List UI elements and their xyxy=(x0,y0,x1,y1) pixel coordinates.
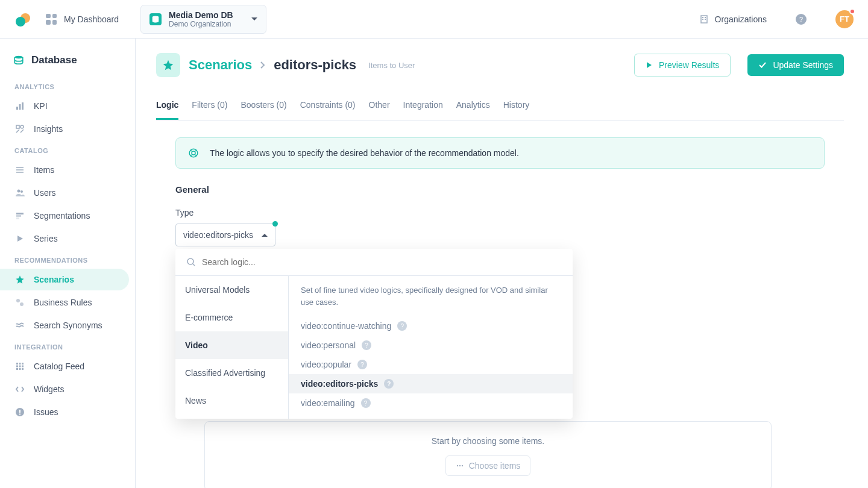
breadcrumb-scenarios[interactable]: Scenarios xyxy=(189,57,252,73)
sidebar-item-search-synonyms[interactable]: Search Synonyms xyxy=(0,314,129,336)
option-label: video:emailing xyxy=(301,398,355,408)
tab-integration[interactable]: Integration xyxy=(403,92,443,120)
dropdown-search-row xyxy=(175,249,573,276)
help-icon[interactable]: ? xyxy=(384,379,394,389)
dashboard-label: My Dashboard xyxy=(64,14,119,24)
page-header: Scenarios editors-picks Items to User Pr… xyxy=(156,53,844,77)
svg-rect-2 xyxy=(702,17,703,18)
database-picker[interactable]: Media Demo DB Demo Organization xyxy=(140,5,266,34)
svg-point-13 xyxy=(20,190,23,193)
sidebar-item-label: Issues xyxy=(34,407,58,417)
change-indicator-dot xyxy=(272,221,278,227)
sidebar-item-kpi[interactable]: KPI xyxy=(0,95,129,117)
svg-rect-27 xyxy=(22,368,24,370)
type-select-wrap: video:editors-picks Universal ModelsE-co… xyxy=(175,224,275,246)
tab-boosters[interactable]: Boosters (0) xyxy=(241,92,286,120)
choose-items-button[interactable]: Choose items xyxy=(445,455,531,476)
dropdown-category-ecommerce[interactable]: E-commerce xyxy=(175,304,288,331)
option-label: video:popular xyxy=(301,360,351,369)
sidebar-item-issues[interactable]: Issues xyxy=(0,401,129,423)
approx-icon xyxy=(14,321,25,330)
tab-filters[interactable]: Filters (0) xyxy=(192,92,227,120)
sidebar-item-users[interactable]: Users xyxy=(0,182,129,204)
help-icon[interactable]: ? xyxy=(357,360,367,369)
database-icon xyxy=(149,13,162,25)
option-label: video:continue-watching xyxy=(301,321,391,331)
sidebar-section-label: CATALOG xyxy=(0,141,135,158)
svg-rect-29 xyxy=(19,410,20,413)
sidebar-item-series[interactable]: Series xyxy=(0,228,129,249)
tab-logic[interactable]: Logic xyxy=(156,92,178,120)
placeholder-text: Start by choosing some items. xyxy=(432,436,545,446)
organizations-link[interactable]: Organizations xyxy=(699,14,767,24)
svg-rect-16 xyxy=(16,217,19,219)
svg-point-32 xyxy=(192,151,195,155)
code-icon xyxy=(14,384,25,394)
svg-rect-30 xyxy=(19,414,20,415)
help-icon[interactable]: ? xyxy=(362,340,371,350)
top-bar: My Dashboard Media Demo DB Demo Organiza… xyxy=(0,0,868,39)
svg-rect-19 xyxy=(16,363,18,364)
dropdown-categories: Universal ModelsE-commerceVideoClassifie… xyxy=(175,276,289,419)
svg-rect-8 xyxy=(19,104,21,110)
sidebar-item-items[interactable]: Items xyxy=(0,159,129,181)
dropdown-option-personal[interactable]: video:personal? xyxy=(289,336,573,355)
option-label: video:personal xyxy=(301,340,356,350)
dropdown-category-universal[interactable]: Universal Models xyxy=(175,276,288,304)
sidebar-item-widgets[interactable]: Widgets xyxy=(0,378,129,400)
update-settings-button[interactable]: Update Settings xyxy=(747,54,844,76)
svg-rect-26 xyxy=(19,368,21,370)
sidebar-item-business-rules[interactable]: Business Rules xyxy=(0,292,129,313)
svg-rect-23 xyxy=(19,366,21,368)
logic-dropdown-panel: Universal ModelsE-commerceVideoClassifie… xyxy=(175,249,573,419)
sidebar-item-label: Insights xyxy=(34,124,63,134)
chevron-right-icon xyxy=(260,61,265,69)
dropdown-option-emailing[interactable]: video:emailing? xyxy=(289,393,573,413)
svg-point-36 xyxy=(462,465,463,466)
dropdown-category-classified[interactable]: Classified Advertising xyxy=(175,359,288,387)
search-icon xyxy=(186,257,196,267)
app-logo[interactable] xyxy=(14,13,31,25)
dashboard-icon xyxy=(46,14,57,25)
my-dashboard-link[interactable]: My Dashboard xyxy=(46,14,119,25)
svg-rect-14 xyxy=(16,213,24,214)
help-icon[interactable]: ? xyxy=(796,14,807,25)
sidebar-item-segmentations[interactable]: Segmentations xyxy=(0,205,129,227)
svg-rect-24 xyxy=(22,366,24,368)
help-icon[interactable]: ? xyxy=(397,321,407,331)
svg-rect-20 xyxy=(19,363,21,364)
tab-constraints[interactable]: Constraints (0) xyxy=(300,92,356,120)
preview-results-button[interactable]: Preview Results xyxy=(634,54,731,77)
sidebar-section-label: INTEGRATION xyxy=(0,337,135,354)
help-icon[interactable]: ? xyxy=(361,398,371,408)
dropdown-option-cw[interactable]: video:continue-watching? xyxy=(289,316,573,336)
dropdown-option-editors[interactable]: video:editors-picks? xyxy=(289,374,573,393)
tab-analytics[interactable]: Analytics xyxy=(456,92,490,120)
tab-other[interactable]: Other xyxy=(369,92,390,120)
category-description: Set of fine tuned video logics, specific… xyxy=(289,276,573,313)
list-icon xyxy=(14,165,25,175)
sidebar-section-label: ANALYTICS xyxy=(0,77,135,94)
insights-icon xyxy=(14,124,25,134)
svg-rect-15 xyxy=(16,215,21,217)
svg-point-11 xyxy=(20,125,24,128)
sidebar-item-catalog-feed[interactable]: Catalog Feed xyxy=(0,355,129,377)
svg-point-6 xyxy=(14,56,23,59)
dropdown-option-popular[interactable]: video:popular? xyxy=(289,355,573,374)
sidebar-item-label: KPI xyxy=(34,101,48,111)
sidebar-item-insights[interactable]: Insights xyxy=(0,118,129,140)
dropdown-category-news[interactable]: News xyxy=(175,387,288,414)
type-select[interactable]: video:editors-picks xyxy=(175,224,275,246)
lifebuoy-icon xyxy=(188,148,199,158)
dropdown-search-input[interactable] xyxy=(202,257,562,267)
dropdown-category-video[interactable]: Video xyxy=(175,331,288,359)
sidebar-item-scenarios[interactable]: Scenarios xyxy=(0,269,129,290)
tab-history[interactable]: History xyxy=(503,92,530,120)
play-icon xyxy=(646,61,653,69)
user-avatar[interactable]: FT xyxy=(835,10,854,28)
seg-icon xyxy=(14,211,25,221)
chevron-up-icon xyxy=(262,234,268,237)
svg-point-34 xyxy=(457,465,458,466)
database-icon xyxy=(13,55,24,66)
svg-point-18 xyxy=(20,302,24,306)
